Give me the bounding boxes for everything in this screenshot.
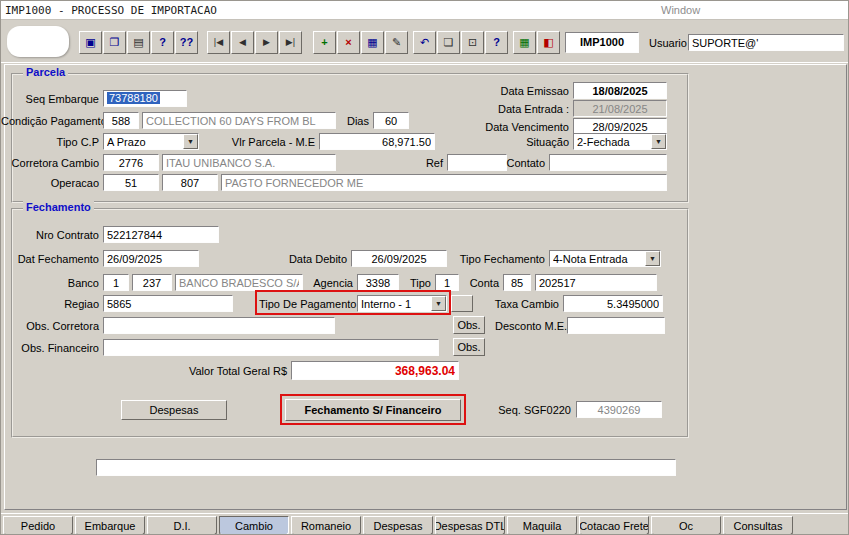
help-pointer-button[interactable]: ?	[151, 31, 174, 54]
despesas-button[interactable]: Despesas	[121, 400, 227, 420]
dat-fechamento-field[interactable]	[103, 250, 199, 267]
data-vencimento-label: Data Vencimento	[481, 121, 569, 133]
tipo-fechamento-combo[interactable]: 4-Nota Entrada ▼	[549, 250, 661, 267]
tipo-fechamento-label: Tipo Fechamento	[459, 253, 545, 265]
exit-button[interactable]: ◧	[537, 31, 560, 54]
delete-row-button[interactable]: ×	[337, 31, 360, 54]
data-debito-label: Data Debito	[273, 253, 347, 265]
first-record-icon: |◀	[214, 38, 223, 47]
plus-icon: +	[321, 37, 327, 48]
spreadsheet-icon: ▦	[519, 37, 529, 48]
prior-record-button[interactable]: ◀	[231, 31, 254, 54]
undo-button[interactable]: ↶	[413, 31, 436, 54]
obs-financeiro-button[interactable]: Obs.	[453, 338, 485, 356]
nro-contrato-field[interactable]	[103, 226, 219, 243]
window-list-button[interactable]: ⊡	[461, 31, 484, 54]
regiao-field[interactable]	[103, 295, 233, 312]
tab-despesas-dtl[interactable]: Despesas DTL	[435, 516, 505, 535]
taxa-cambio-label: Taxa Cambio	[493, 298, 559, 310]
paste-button[interactable]: ❏	[437, 31, 460, 54]
prior-record-icon: ◀	[239, 38, 246, 47]
program-code-field[interactable]: IMP1000	[565, 32, 639, 53]
help-topics-icon: ??	[180, 37, 193, 48]
sheet-button[interactable]: ▦	[513, 31, 536, 54]
obs-financeiro-label: Obs. Financeiro	[7, 342, 99, 354]
agencia-label: Agencia	[305, 277, 353, 289]
menu-window[interactable]: Window	[661, 4, 700, 16]
banco-code2-field[interactable]	[132, 274, 172, 291]
tab-pedido[interactable]: Pedido	[3, 516, 73, 535]
next-record-button[interactable]: ▶	[255, 31, 278, 54]
tipo-field[interactable]	[435, 274, 459, 291]
title-bar: IMP1000 - PROCESSO DE IMPORTACAO Window	[1, 1, 849, 20]
cascade-windows-button[interactable]: ❐	[103, 31, 126, 54]
tipo-pagamento-combo[interactable]: Interno - 1 ▼	[357, 295, 447, 312]
data-debito-field[interactable]	[351, 250, 447, 267]
contato-label: Contato	[505, 157, 545, 169]
status-field[interactable]	[96, 459, 676, 476]
vlr-parcela-label: Vlr Parcela - M.E	[203, 136, 315, 148]
banco-code1-field[interactable]	[103, 274, 129, 291]
chevron-down-icon[interactable]: ▼	[431, 296, 446, 311]
delete-x-icon: ×	[345, 37, 351, 48]
tab-bar: Pedido Embarque D.I. Cambio Romaneio Des…	[1, 513, 849, 535]
usuario-field[interactable]	[688, 34, 844, 51]
last-record-button[interactable]: ▶|	[279, 31, 302, 54]
toolbar: ▣ ❐ ▤ ? ?? |◀ ◀ ▶ ▶| + × ▦ ✎ ↶ ❏ ⊡ ? ▦ ◧…	[1, 21, 849, 63]
tab-despesas[interactable]: Despesas	[363, 516, 433, 535]
situacao-label: Situação	[489, 136, 569, 148]
first-record-button[interactable]: |◀	[207, 31, 230, 54]
conta-num-field[interactable]	[535, 274, 657, 291]
desconto-me-field[interactable]	[567, 317, 665, 334]
app-window: IMP1000 - PROCESSO DE IMPORTACAO Window …	[0, 0, 849, 535]
window-title: IMP1000 - PROCESSO DE IMPORTACAO	[5, 4, 217, 17]
insert-row-button[interactable]: +	[313, 31, 336, 54]
chevron-down-icon[interactable]: ▼	[651, 134, 666, 149]
operacao-code2-field[interactable]	[162, 174, 218, 191]
operacao-code1-field[interactable]	[103, 174, 159, 191]
print-button[interactable]: ▤	[127, 31, 150, 54]
tab-di[interactable]: D.I.	[147, 516, 217, 535]
tab-oc[interactable]: Oc	[651, 516, 721, 535]
seq-embarque-field[interactable]: 73788180	[103, 90, 187, 107]
tipo-fechamento-value: 4-Nota Entrada	[553, 253, 644, 265]
tab-romaneio[interactable]: Romaneio	[291, 516, 361, 535]
tab-consultas[interactable]: Consultas	[723, 516, 793, 535]
help-pointer-icon: ?	[159, 37, 166, 48]
save-button[interactable]: ▣	[79, 31, 102, 54]
chevron-down-icon[interactable]: ▼	[645, 251, 660, 266]
retrieve-grid-icon: ▦	[367, 37, 377, 48]
tab-cambio[interactable]: Cambio	[219, 516, 289, 535]
obs-corretora-button[interactable]: Obs.	[453, 316, 485, 334]
retrieve-button[interactable]: ▦	[361, 31, 384, 54]
contato-field[interactable]	[549, 154, 667, 171]
dias-field[interactable]	[373, 112, 409, 129]
tab-maquila[interactable]: Maquila	[507, 516, 577, 535]
desconto-me-label: Desconto M.E.	[495, 320, 563, 332]
corretora-cambio-label: Corretora Cambio	[7, 157, 99, 169]
help-button[interactable]: ?	[485, 31, 508, 54]
tab-cotacao-frete[interactable]: Cotacao Frete	[579, 516, 649, 535]
help-topics-button[interactable]: ??	[175, 31, 198, 54]
question-icon: ?	[493, 37, 500, 48]
tipo-cp-combo[interactable]: A Prazo ▼	[103, 133, 199, 150]
tipo-pagamento-aux-button[interactable]	[451, 295, 473, 312]
corretora-cambio-code-field[interactable]	[103, 154, 159, 171]
agencia-field[interactable]	[357, 274, 399, 291]
tab-embarque[interactable]: Embarque	[75, 516, 145, 535]
situacao-combo[interactable]: 2-Fechada ▼	[573, 133, 667, 150]
edit-button[interactable]: ✎	[385, 31, 408, 54]
valor-total-field	[291, 361, 459, 380]
dat-fechamento-label: Dat Fechamento	[7, 253, 99, 265]
situacao-value: 2-Fechada	[577, 136, 650, 148]
taxa-cambio-field[interactable]	[563, 295, 663, 312]
ref-field[interactable]	[447, 154, 507, 171]
data-emissao-field[interactable]	[573, 82, 667, 99]
condicao-pagamento-code-field[interactable]	[103, 112, 139, 129]
vlr-parcela-field[interactable]	[319, 133, 435, 150]
chevron-down-icon[interactable]: ▼	[183, 134, 198, 149]
obs-corretora-field[interactable]	[103, 317, 335, 334]
obs-financeiro-field[interactable]	[103, 339, 439, 356]
fechamento-sf-button[interactable]: Fechamento S/ Financeiro	[285, 399, 461, 421]
conta-code-field[interactable]	[503, 274, 531, 291]
